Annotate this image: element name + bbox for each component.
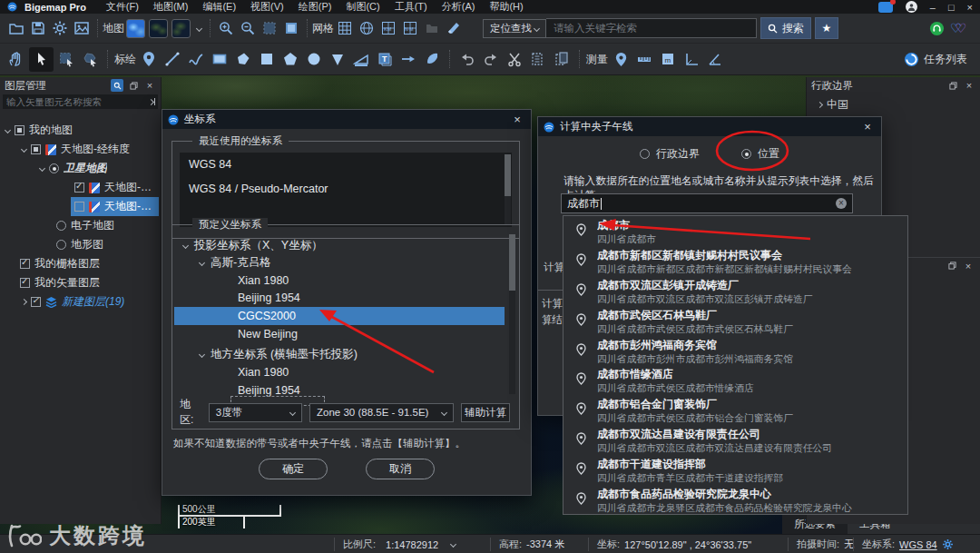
scrollbar[interactable] — [509, 234, 515, 394]
save-icon[interactable] — [27, 16, 49, 40]
crs-tree-item[interactable]: Beijing 1954 — [174, 289, 505, 307]
polyline-icon[interactable] — [185, 47, 207, 71]
hidden-calc-button-fragment[interactable]: 计算 — [544, 261, 564, 274]
zoom-out-icon[interactable] — [237, 16, 259, 40]
box-zoom-icon[interactable] — [280, 16, 302, 40]
crs-dialog-titlebar[interactable]: 坐标系 × — [162, 110, 531, 129]
scale-select[interactable]: 1:14782912 — [380, 537, 461, 552]
layer-row[interactable]: 我的矢量图层 — [0, 273, 159, 292]
map-thumbnail-satellite[interactable] — [126, 19, 145, 38]
community-hearts-icon[interactable]: ♡♡ — [947, 16, 969, 40]
crs-recent-item[interactable]: WGS 84 / Pseudo-Mercator — [180, 177, 512, 202]
menu-item[interactable]: 帮助(H) — [489, 0, 523, 14]
layer-row-selected[interactable]: 天地图-卫星地图-... — [71, 197, 159, 216]
location-suggestion-item[interactable]: 成都市武侯区石林鸟鞋厂 四川省成都市武侯区成都市武侯区石林鸟鞋厂 — [564, 306, 907, 336]
redo-icon[interactable] — [480, 47, 502, 71]
zoom-in-icon[interactable] — [215, 16, 237, 40]
user-avatar[interactable] — [906, 1, 917, 13]
point-marker-icon[interactable] — [138, 47, 160, 71]
location-suggestion-item[interactable]: 成都市 四川省成都市 — [564, 216, 907, 246]
map-thumbnail-dark-2[interactable] — [172, 19, 191, 38]
lasso-select-icon[interactable] — [79, 47, 101, 71]
menu-item[interactable]: 分析(A) — [442, 0, 475, 14]
search-button[interactable]: 搜索 — [760, 17, 811, 39]
location-suggestion-item[interactable]: 成都市食品药品检验研究院龙泉中心 四川省成都市龙泉驿区成都市食品药品检验研究院龙… — [564, 485, 907, 515]
radio-location[interactable]: 位置 — [741, 146, 779, 162]
meridian-dialog-titlebar[interactable]: 计算中央子午线 × — [538, 117, 881, 136]
clear-grid-brush-icon[interactable] — [443, 16, 465, 40]
layer-search-input[interactable] — [3, 94, 145, 109]
float-panel-icon[interactable] — [946, 79, 959, 92]
cancel-button[interactable]: 取消 — [366, 459, 435, 479]
measure-distance-icon[interactable] — [633, 47, 655, 71]
close-icon[interactable]: × — [509, 113, 525, 126]
crs-settings-gear-icon[interactable] — [942, 538, 954, 550]
collapse-search-icon[interactable] — [145, 95, 158, 108]
crs-tree-item[interactable]: 高斯-克吕格 — [174, 253, 505, 272]
clear-input-icon[interactable]: × — [836, 198, 847, 209]
minimize-icon[interactable]: – — [930, 2, 936, 13]
messages-icon[interactable] — [878, 2, 893, 13]
checkbox-checked[interactable] — [74, 183, 84, 193]
checkbox-checked[interactable] — [31, 297, 41, 307]
layer-row[interactable]: 我的地图 — [0, 121, 159, 140]
float-panel-icon[interactable] — [127, 79, 140, 92]
curve-icon[interactable] — [421, 47, 443, 71]
marquee-select-icon[interactable] — [55, 47, 77, 71]
location-suggestion-item[interactable]: 成都市双流区彭镇开成铸造厂 四川省成都市双流区成都市双流区彭镇开成铸造厂 — [564, 276, 907, 306]
crs-tree-item[interactable]: 投影坐标系（X、Y坐标） — [174, 236, 505, 254]
maximize-icon[interactable]: □ — [948, 2, 955, 13]
locate-mode-select[interactable]: 定位查找 — [483, 19, 546, 38]
radio-off[interactable] — [56, 221, 66, 231]
float-panel-icon[interactable] — [946, 260, 958, 272]
arrow-icon[interactable] — [397, 47, 419, 71]
sector-triangle-icon[interactable] — [327, 47, 348, 71]
checkbox-unchecked[interactable] — [74, 202, 84, 212]
menu-item[interactable]: 视图(V) — [250, 0, 284, 14]
close-panel-icon[interactable]: × — [143, 79, 156, 92]
layer-row[interactable]: 天地图-卫星地图-... — [0, 178, 159, 197]
menu-item[interactable]: 地图(M) — [153, 0, 189, 14]
close-panel-icon[interactable]: × — [963, 79, 975, 92]
assist-calc-button[interactable]: 辅助计算 — [461, 403, 510, 422]
open-folder-icon[interactable] — [5, 16, 27, 40]
menu-item[interactable]: 文件(F) — [106, 0, 139, 14]
location-suggestion-item[interactable]: 成都市干道建设指挥部 四川省成都市青羊区成都市干道建设指挥部 — [564, 455, 907, 485]
checkbox-partial[interactable] — [31, 144, 41, 154]
measure-point-icon[interactable] — [610, 47, 632, 71]
grid-icon[interactable] — [334, 16, 356, 40]
polygon-icon[interactable] — [232, 47, 254, 71]
pentagon-icon[interactable] — [279, 47, 301, 71]
measure-height-icon[interactable] — [681, 47, 702, 71]
menu-item[interactable]: 编辑(E) — [202, 0, 236, 14]
crs-tree-item[interactable]: Beijing 1954 — [174, 381, 505, 400]
paste-icon[interactable] — [551, 47, 573, 71]
select-cursor-icon[interactable] — [29, 47, 54, 72]
close-panel-icon[interactable]: × — [962, 260, 975, 272]
close-icon[interactable]: × — [967, 2, 973, 13]
layer-row[interactable]: 电子地图 — [0, 216, 159, 235]
map-style-chevron-down-icon[interactable] — [192, 22, 205, 35]
settings-gear-icon[interactable] — [49, 16, 71, 40]
ellipse-icon[interactable] — [303, 47, 325, 71]
task-list-label[interactable]: 任务列表 — [924, 52, 967, 67]
checkbox-checked[interactable] — [20, 278, 30, 288]
image-export-icon[interactable] — [71, 16, 93, 40]
crs-tree-item[interactable]: Xian 1980 — [174, 272, 505, 290]
crs-tree-item[interactable]: Xian 1980 — [174, 363, 505, 381]
service-green-icon[interactable] — [926, 16, 947, 40]
favorite-star-button[interactable]: ★ — [815, 17, 838, 39]
keyword-search-input[interactable] — [546, 18, 757, 38]
menu-item[interactable]: 工具(T) — [395, 0, 427, 14]
lat-lng-grid-icon[interactable] — [356, 16, 377, 40]
radio-on[interactable] — [49, 163, 59, 173]
location-suggestion-item[interactable]: 成都市新都区新都镇封赐村村民议事会 四川省成都市新都区成都市新都区新都镇封赐村村… — [564, 246, 907, 276]
square-icon[interactable] — [256, 47, 278, 71]
pan-hand-icon[interactable] — [5, 47, 27, 71]
grid-folder-icon[interactable] — [421, 16, 443, 40]
layer-row[interactable]: 天地图-经纬度 — [0, 140, 159, 159]
km-grid-icon[interactable]: KM — [377, 16, 399, 40]
location-suggestion-item[interactable]: 成都市彭州鸿福商务宾馆 四川省成都市彭州市成都市彭州鸿福商务宾馆 — [564, 336, 907, 366]
text-label-icon[interactable]: T — [374, 47, 396, 71]
menu-item[interactable]: 制图(C) — [346, 0, 379, 14]
